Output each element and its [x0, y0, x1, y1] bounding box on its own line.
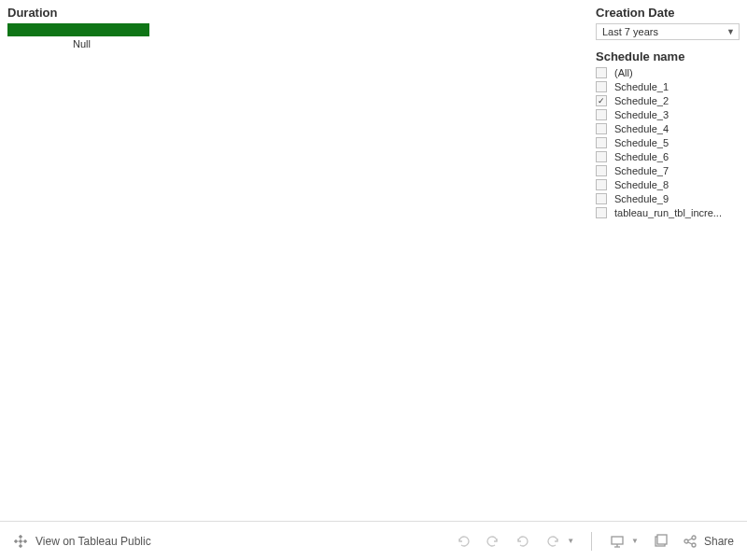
- checkbox-icon[interactable]: [596, 109, 607, 120]
- schedule-filter-item[interactable]: tableau_run_tbl_incre...: [596, 207, 740, 218]
- filters-panel: Creation Date Last 7 years ▼ Schedule na…: [592, 6, 740, 515]
- checkbox-icon[interactable]: [596, 137, 607, 148]
- tableau-logo-icon: [13, 534, 28, 549]
- checkbox-icon[interactable]: [596, 207, 607, 218]
- checkbox-icon[interactable]: [596, 179, 607, 190]
- chart-title: Duration: [7, 6, 592, 20]
- schedule-filter-item[interactable]: Schedule_1: [596, 81, 740, 92]
- chevron-down-icon: ▼: [726, 27, 735, 36]
- svg-point-17: [692, 543, 696, 547]
- redo-icon[interactable]: [485, 533, 501, 550]
- schedule-filter-item[interactable]: Schedule_4: [596, 123, 740, 134]
- checkbox-icon[interactable]: [596, 123, 607, 134]
- refresh-icon[interactable]: [544, 533, 561, 550]
- svg-line-19: [688, 542, 692, 544]
- checkbox-icon[interactable]: [596, 81, 607, 92]
- schedule-filter-item[interactable]: Schedule_5: [596, 137, 740, 148]
- schedule-filter-label: Schedule_8: [614, 179, 669, 190]
- schedule-filter-label: Schedule_7: [614, 165, 669, 176]
- share-button[interactable]: Share: [682, 533, 734, 550]
- axis-label-null: Null: [73, 38, 592, 49]
- presentation-icon[interactable]: [609, 533, 626, 550]
- replay-icon[interactable]: [514, 533, 531, 550]
- schedule-filter-item[interactable]: Schedule_8: [596, 179, 740, 190]
- schedule-filter-item[interactable]: Schedule_2: [596, 95, 740, 106]
- schedule-filter-item[interactable]: Schedule_7: [596, 165, 740, 176]
- checkbox-icon[interactable]: [596, 151, 607, 162]
- schedule-filter-item[interactable]: (All): [596, 67, 740, 78]
- schedule-filter-label: Schedule_1: [614, 81, 669, 92]
- chevron-down-icon[interactable]: ▼: [567, 537, 574, 545]
- checkbox-icon[interactable]: [596, 67, 607, 78]
- schedule-filter-item[interactable]: Schedule_3: [596, 109, 740, 120]
- schedule-filter-label: Schedule_3: [614, 109, 669, 120]
- share-label: Share: [704, 535, 734, 548]
- bar-segment[interactable]: [7, 23, 149, 36]
- schedule-filter-label: Schedule_2: [614, 95, 669, 106]
- bar-chart: Null: [7, 23, 592, 49]
- chevron-down-icon[interactable]: ▼: [631, 537, 639, 545]
- svg-point-15: [684, 539, 688, 543]
- creation-date-dropdown[interactable]: Last 7 years ▼: [596, 23, 740, 40]
- schedule-filter-label: Schedule_4: [614, 123, 669, 134]
- schedule-filter-item[interactable]: Schedule_9: [596, 193, 740, 204]
- schedule-filter-label: tableau_run_tbl_incre...: [614, 207, 722, 218]
- creation-date-title: Creation Date: [596, 6, 740, 20]
- checkbox-icon[interactable]: [596, 193, 607, 204]
- svg-point-16: [692, 536, 696, 539]
- chart-panel: Duration Null: [7, 6, 592, 515]
- view-on-tableau-label: View on Tableau Public: [35, 535, 151, 548]
- toolbar: View on Tableau Public ▼ ▼ Share: [0, 521, 747, 560]
- creation-date-value: Last 7 years: [602, 26, 658, 37]
- schedule-filter-label: Schedule_9: [614, 193, 669, 204]
- checkbox-icon[interactable]: [596, 165, 607, 176]
- schedule-filter-label: (All): [614, 67, 633, 78]
- svg-rect-10: [612, 537, 623, 544]
- schedule-filter-list: (All)Schedule_1Schedule_2Schedule_3Sched…: [596, 67, 740, 218]
- toolbar-right: ▼ ▼ Share: [455, 532, 734, 551]
- schedule-filter-item[interactable]: Schedule_6: [596, 151, 740, 162]
- undo-icon[interactable]: [455, 533, 472, 550]
- schedule-filter-label: Schedule_6: [614, 151, 669, 162]
- svg-line-18: [688, 539, 692, 540]
- divider: [591, 532, 592, 551]
- schedule-name-title: Schedule name: [596, 49, 740, 63]
- checkbox-icon[interactable]: [596, 95, 607, 106]
- schedule-filter-label: Schedule_5: [614, 137, 669, 148]
- svg-rect-14: [657, 535, 667, 544]
- download-icon[interactable]: [652, 533, 669, 550]
- share-icon: [682, 533, 698, 550]
- view-on-tableau-link[interactable]: View on Tableau Public: [13, 534, 151, 549]
